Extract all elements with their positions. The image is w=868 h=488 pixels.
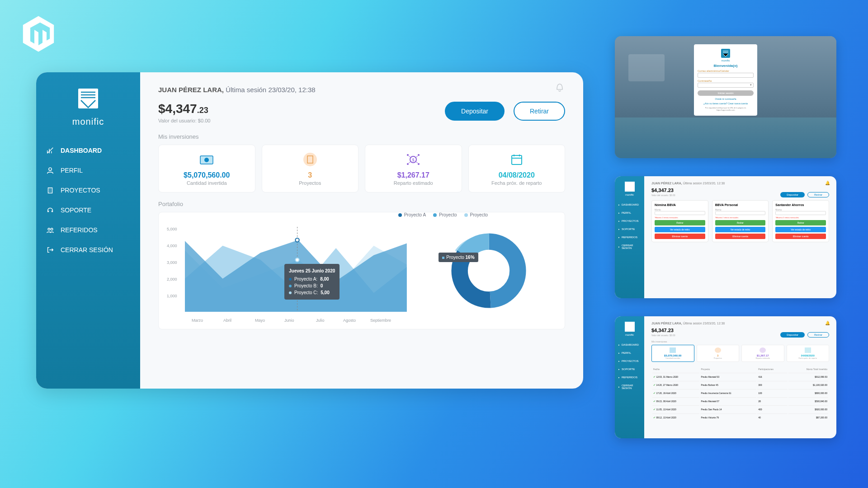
investments-label: Mis inversiones	[158, 133, 565, 140]
calendar-icon	[508, 151, 526, 168]
svg-point-12	[418, 154, 420, 156]
svg-rect-15	[512, 155, 522, 164]
mini-login: monific Bienvenida(o) Correo electrónico…	[615, 36, 836, 158]
nav-list: DASHBOARD PERFIL PROYECTOS SOPORTE REFER…	[36, 141, 140, 260]
headset-icon	[46, 206, 54, 214]
svg-point-7	[303, 153, 317, 166]
nav-soporte[interactable]: SOPORTE	[36, 200, 140, 220]
donut-chart: 35% 49% 10% Proyecto 16%	[420, 219, 557, 323]
line-chart: 5,0004,0003,0002,0001,000 MarzoAbrilMayo…	[167, 219, 411, 323]
logout-icon	[46, 246, 54, 254]
login-button[interactable]: Iniciar sesión	[698, 90, 754, 96]
stat-projects[interactable]: 3 Proyectos	[262, 145, 359, 192]
dashboard-window: monific DASHBOARD PERFIL PROYECTOS SOPOR…	[36, 72, 583, 389]
email-field[interactable]	[698, 73, 754, 78]
withdraw-button[interactable]: Retirar	[514, 102, 565, 121]
users-icon	[46, 226, 54, 234]
main-content: JUAN PÉREZ LARA, Última sesión 23/03/20,…	[140, 72, 583, 389]
nav-referidos[interactable]: REFERIDOS	[36, 220, 140, 240]
svg-rect-2	[48, 188, 52, 193]
portfolio-label: Portafolio	[158, 201, 565, 207]
bank-card: BBVA PersonalMonto*Máximo 2 retiros mens…	[712, 200, 769, 242]
money-icon	[198, 151, 216, 168]
svg-point-3	[48, 228, 50, 230]
nav-logout[interactable]: CERRAR SESIÓN	[36, 240, 140, 260]
deposit-button[interactable]: Depositar	[445, 102, 505, 121]
chart-icon	[46, 146, 54, 155]
bank-card: Santander AhorrosMonto*Máximo 2 retiros …	[772, 200, 829, 242]
mini-table: monific DASHBOARDPERFILPROYECTOSSOPORTER…	[615, 316, 836, 438]
mini-sidebar: monific DASHBOARDPERFILPROYECTOSSOPORTER…	[615, 316, 644, 438]
chart-tooltip: Jueves 25 Junio 2020 Proyecto A: 8,00 Pr…	[284, 264, 340, 300]
password-field[interactable]: ▾	[698, 83, 754, 88]
nav-proyectos[interactable]: PROYECTOS	[36, 180, 140, 200]
svg-text:$: $	[412, 158, 415, 162]
svg-point-6	[204, 158, 209, 162]
building-icon	[46, 186, 54, 194]
share-icon: $	[404, 151, 422, 168]
svg-point-1	[49, 168, 52, 170]
balance-value: $4,347.23	[158, 102, 210, 116]
portfolio-panel: Proyecto A Proyecto Proyecto 5,0004,0003…	[158, 212, 565, 329]
greeting: JUAN PÉREZ LARA, Última sesión 23/03/20,…	[158, 86, 565, 94]
svg-point-19	[295, 258, 299, 262]
svg-point-17	[295, 238, 299, 242]
building-stat-icon	[301, 151, 319, 168]
user-icon	[46, 166, 54, 174]
stat-invested[interactable]: $5,070,560.00 Cantidad invertida	[158, 145, 255, 192]
mini-sidebar: monific DASHBOARDPERFILPROYECTOSSOPORTER…	[615, 176, 644, 298]
stat-next-date[interactable]: 04/08/2020 Fecha próx. de reparto	[468, 145, 566, 192]
sidebar: monific DASHBOARD PERFIL PROYECTOS SOPOR…	[36, 72, 140, 389]
svg-point-4	[51, 228, 53, 230]
chart-legend: Proyecto A Proyecto Proyecto	[398, 212, 488, 217]
svg-point-11	[407, 154, 409, 156]
donut-tooltip: Proyecto 16%	[439, 253, 478, 262]
mini-banks: monific DASHBOARDPERFILPROYECTOSSOPORTER…	[615, 176, 836, 298]
svg-rect-0	[78, 89, 98, 108]
bell-icon[interactable]	[554, 81, 565, 92]
svg-point-14	[418, 163, 420, 165]
investments-table: FechaProyectoParticipacionesMonto Total …	[651, 366, 829, 422]
brand-name: monific	[72, 117, 104, 127]
login-form: monific Bienvenida(o) Correo electrónico…	[694, 44, 757, 116]
bank-card: Nómina BBVAMonto*Máximo 2 retiros mensua…	[651, 200, 708, 242]
nav-dashboard[interactable]: DASHBOARD	[36, 141, 140, 160]
stat-estimated[interactable]: $ $1,267.17 Reparto estimado	[365, 145, 462, 192]
svg-point-13	[407, 163, 409, 165]
brand-icon	[75, 86, 102, 113]
balance-sub: Valor del usuario: $0.00	[158, 118, 210, 123]
stat-cards: $5,070,560.00 Cantidad invertida 3 Proye…	[158, 145, 565, 192]
nav-perfil[interactable]: PERFIL	[36, 160, 140, 180]
brand-corner-logo	[18, 14, 59, 54]
brand-block: monific	[36, 86, 140, 127]
